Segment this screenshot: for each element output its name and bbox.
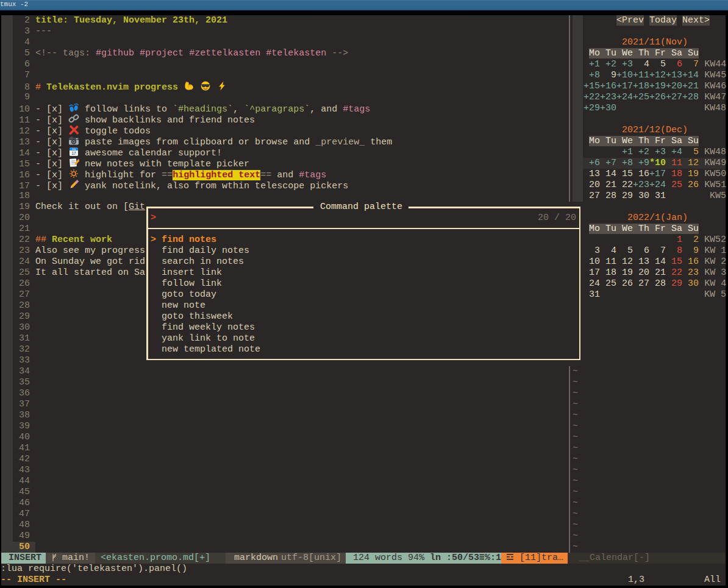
svg-text:July: July — [72, 148, 76, 151]
svg-text:17: 17 — [71, 151, 76, 155]
